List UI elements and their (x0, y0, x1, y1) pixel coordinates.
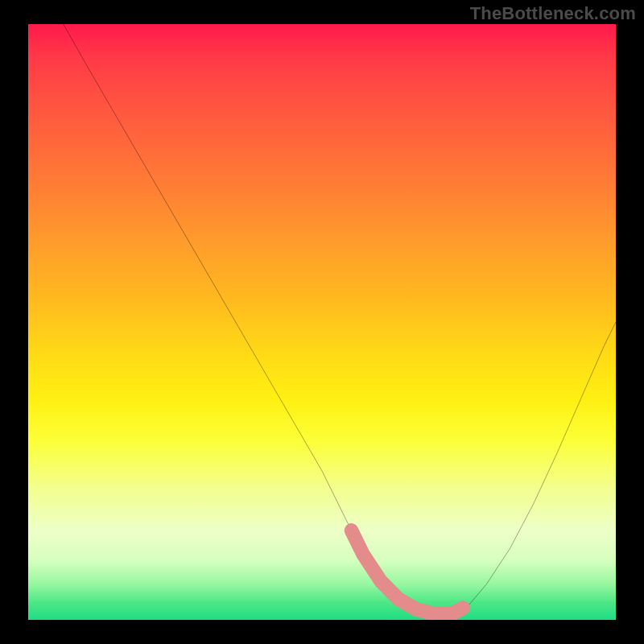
optimum-range-highlight (352, 530, 464, 614)
curve-layer (28, 24, 616, 620)
watermark-label: TheBottleneck.com (470, 3, 636, 24)
chart-frame: TheBottleneck.com (0, 0, 644, 644)
bottleneck-curve (64, 24, 616, 614)
plot-area (28, 24, 616, 620)
